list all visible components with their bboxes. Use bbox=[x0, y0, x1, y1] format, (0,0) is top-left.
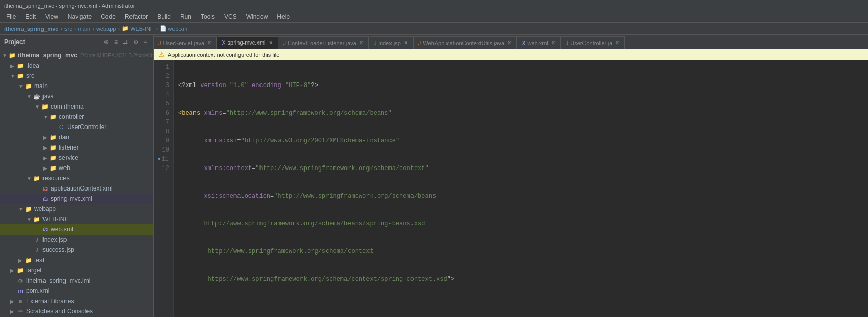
close-spring-mvc[interactable]: ✕ bbox=[268, 39, 274, 46]
code-line-8: https://www.springframework.org/schema/c… bbox=[178, 274, 864, 284]
tree-item-success-jsp[interactable]: ▶ J success.jsp bbox=[0, 245, 153, 255]
code-editor[interactable]: 1 2 3 4 5 6 7 8 9 10 ●11 12 <?xml versio… bbox=[154, 60, 868, 317]
code-line-5: xsi:schemaLocation="http://www.springfra… bbox=[178, 192, 864, 201]
close-webappcontext[interactable]: ✕ bbox=[506, 39, 512, 46]
breadcrumb-src[interactable]: src bbox=[64, 26, 72, 32]
menu-help[interactable]: Help bbox=[273, 12, 294, 22]
project-tree: ▼ 📁 itheima_spring_mvc D:\IntelliJ IDEA … bbox=[0, 49, 153, 317]
tree-item-web-xml[interactable]: ▶ 🗂 web.xml bbox=[0, 224, 153, 235]
tree-item-web[interactable]: ▶ 📁 web bbox=[0, 163, 153, 173]
close-contextloader[interactable]: ✕ bbox=[358, 39, 364, 46]
menu-file[interactable]: File bbox=[2, 12, 20, 22]
menu-edit[interactable]: Edit bbox=[21, 12, 40, 22]
settings-icon[interactable]: ⚙ bbox=[132, 38, 140, 46]
menu-code[interactable]: Code bbox=[97, 12, 120, 22]
menu-run[interactable]: Run bbox=[176, 12, 196, 22]
tree-item-resources[interactable]: ▼ 📁 resources bbox=[0, 173, 153, 183]
tab-webappcontext[interactable]: J WebApplicationContextUtils.java ✕ bbox=[414, 36, 517, 49]
tree-item-listener[interactable]: ▶ 📁 listener bbox=[0, 142, 153, 153]
code-lines[interactable]: <?xml version="1.0" encoding="UTF-8"?> <… bbox=[174, 60, 868, 317]
sync-icon[interactable]: ⊕ bbox=[102, 38, 111, 46]
sidebar: Project ⊕ ≡ ⇄ ⚙ − ▼ 📁 itheima_spring_mvc… bbox=[0, 35, 154, 317]
code-line-4: xmlns:context="http://www.springframewor… bbox=[178, 164, 864, 173]
menu-bar: File Edit View Navigate Code Refactor Bu… bbox=[0, 11, 868, 23]
tree-item-spring-mvc[interactable]: ▶ 🗂 spring-mvc.xml ◀—— bbox=[0, 194, 153, 204]
tab-userservlet[interactable]: J UserServlet.java ✕ bbox=[154, 36, 217, 49]
tab-contextloader[interactable]: J ContextLoaderListener.java ✕ bbox=[278, 36, 369, 49]
tree-item-target[interactable]: ▶ 📁 target bbox=[0, 265, 153, 276]
tree-item-controller[interactable]: ▼ 📁 controller bbox=[0, 112, 153, 122]
code-line-7: http://www.springframework.org/schema/co… bbox=[178, 247, 864, 256]
sidebar-header: Project ⊕ ≡ ⇄ ⚙ − bbox=[0, 35, 153, 49]
tree-item-pom[interactable]: ▶ m pom.xml bbox=[0, 286, 153, 296]
menu-build[interactable]: Build bbox=[153, 12, 175, 22]
warning-text: Application context not configured for t… bbox=[168, 52, 279, 58]
menu-view[interactable]: View bbox=[41, 12, 62, 22]
tree-item-java[interactable]: ▼ ☕ java bbox=[0, 91, 153, 101]
close-usercontroller[interactable]: ✕ bbox=[614, 39, 620, 46]
tree-item-usercontroller[interactable]: ▶ C UserController bbox=[0, 122, 153, 132]
code-line-1: <?xml version="1.0" encoding="UTF-8"?> bbox=[178, 81, 864, 90]
code-line-3: xmlns:xsi="http://www.w3.org/2001/XMLSch… bbox=[178, 136, 864, 145]
tree-item-applicationcontext[interactable]: ▶ 🗂 applicationContext.xml bbox=[0, 183, 153, 194]
breadcrumb-webxml[interactable]: 📄 web.xml bbox=[160, 25, 188, 32]
breadcrumb-webinf[interactable]: 📁 WEB-INF bbox=[122, 25, 154, 32]
title-text: itheima_spring_mvc - spring-mvc.xml - Ad… bbox=[4, 3, 135, 9]
tab-web-xml[interactable]: X web.xml ✕ bbox=[517, 36, 561, 49]
menu-navigate[interactable]: Navigate bbox=[63, 12, 96, 22]
menu-window[interactable]: Window bbox=[242, 12, 272, 22]
tab-bar: J UserServlet.java ✕ X spring-mvc.xml ✕ … bbox=[154, 35, 868, 49]
tab-spring-mvc[interactable]: X spring-mvc.xml ✕ bbox=[217, 36, 278, 49]
sidebar-title: Project bbox=[4, 38, 25, 46]
menu-tools[interactable]: Tools bbox=[197, 12, 219, 22]
close-web-xml[interactable]: ✕ bbox=[550, 39, 556, 46]
tab-usercontroller[interactable]: J UserController.ja ✕ bbox=[561, 36, 625, 49]
tree-item-dao[interactable]: ▶ 📁 dao bbox=[0, 132, 153, 142]
breadcrumb-webapp[interactable]: webapp bbox=[96, 26, 116, 32]
close-userservlet[interactable]: ✕ bbox=[206, 39, 212, 46]
code-line-2: <beans xmlns="http://www.springframework… bbox=[178, 109, 864, 118]
menu-vcs[interactable]: VCS bbox=[220, 12, 241, 22]
tree-item-main[interactable]: ▼ 📁 main bbox=[0, 81, 153, 91]
tree-item-src[interactable]: ▼ 📁 src bbox=[0, 71, 153, 81]
breadcrumb-main[interactable]: main bbox=[78, 26, 90, 32]
service-label: service bbox=[59, 154, 78, 161]
tree-item-idea[interactable]: ▶ 📁 .idea bbox=[0, 60, 153, 71]
collapse-icon[interactable]: − bbox=[142, 38, 149, 46]
main-layout: Project ⊕ ≡ ⇄ ⚙ − ▼ 📁 itheima_spring_mvc… bbox=[0, 35, 868, 317]
code-line-9 bbox=[178, 302, 864, 311]
expand-icon[interactable]: ⇄ bbox=[121, 38, 129, 46]
line-numbers: 1 2 3 4 5 6 7 8 9 10 ●11 12 bbox=[154, 60, 174, 317]
warning-bar: ⚠ Application context not configured for… bbox=[154, 49, 868, 60]
tree-item-index-jsp[interactable]: ▶ J index.jsp bbox=[0, 235, 153, 245]
tab-index-jsp[interactable]: J index.jsp ✕ bbox=[369, 36, 414, 49]
tree-item-iml[interactable]: ▶ ⚙ itheima_spring_mvc.iml bbox=[0, 276, 153, 286]
tree-item-service[interactable]: ▶ 📁 service bbox=[0, 153, 153, 163]
warning-icon: ⚠ bbox=[159, 51, 165, 58]
tree-item-webinf[interactable]: ▼ 📁 WEB-INF bbox=[0, 214, 153, 224]
close-index-jsp[interactable]: ✕ bbox=[403, 39, 409, 46]
tree-root-project[interactable]: ▼ 📁 itheima_spring_mvc D:\IntelliJ IDEA … bbox=[0, 50, 153, 60]
title-bar: itheima_spring_mvc - spring-mvc.xml - Ad… bbox=[0, 0, 868, 11]
tree-item-test[interactable]: ▶ 📁 test bbox=[0, 255, 153, 265]
tree-item-ext-libs[interactable]: ▶ ≡ External Libraries bbox=[0, 296, 153, 306]
sidebar-toolbar: ⊕ ≡ ⇄ ⚙ − bbox=[102, 38, 149, 46]
menu-refactor[interactable]: Refactor bbox=[121, 12, 152, 22]
editor-area: J UserServlet.java ✕ X spring-mvc.xml ✕ … bbox=[154, 35, 868, 317]
tree-item-scratches[interactable]: ▶ ✏ Scratches and Consoles bbox=[0, 306, 153, 316]
code-line-6: http://www.springframework.org/schema/be… bbox=[178, 219, 864, 228]
tree-item-com-itheima[interactable]: ▼ 📁 com.itheima bbox=[0, 101, 153, 112]
tree-item-webapp[interactable]: ▼ 📁 webapp bbox=[0, 204, 153, 214]
list-icon[interactable]: ≡ bbox=[113, 38, 119, 46]
breadcrumb-bar: itheima_spring_mvc › src › main › webapp… bbox=[0, 23, 868, 35]
breadcrumb-project[interactable]: itheima_spring_mvc bbox=[4, 26, 58, 32]
